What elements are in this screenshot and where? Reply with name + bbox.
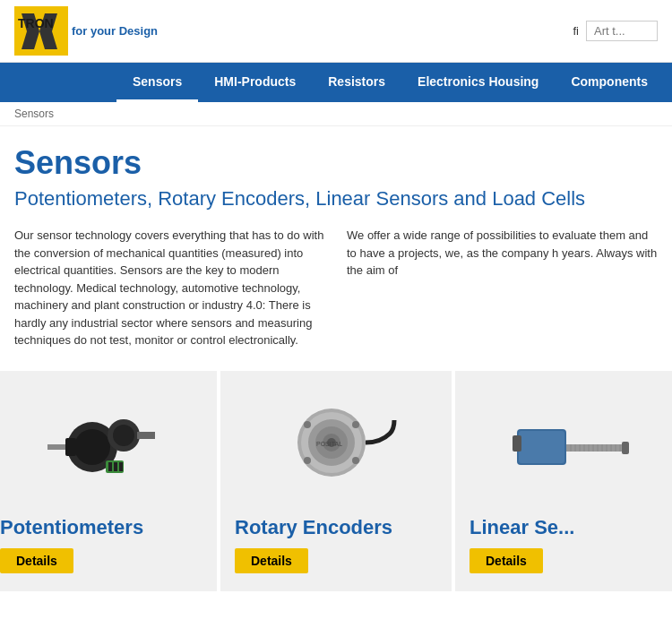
search-input[interactable] — [586, 21, 658, 41]
language-selector[interactable]: fi — [573, 24, 580, 38]
svg-point-15 — [113, 425, 134, 446]
product-card-linear-sensors: Linear Se... Details — [455, 371, 672, 591]
rotary-encoder-svg: POSITAL — [273, 398, 399, 496]
page-content: Sensors Potentiometers, Rotary Encoders,… — [0, 126, 672, 349]
header: TRON for your Design fi — [0, 0, 672, 63]
nav-item-components[interactable]: Components — [555, 63, 664, 102]
product-cards: Potentiometers Details — [0, 371, 672, 591]
svg-point-25 — [304, 457, 311, 464]
linear-sensor-svg — [508, 398, 633, 496]
svg-rect-12 — [114, 462, 117, 471]
breadcrumb-text: Sensors — [14, 108, 54, 120]
logo-icon: TRON — [14, 6, 68, 56]
rotary-encoder-image: POSITAL — [235, 389, 437, 505]
logo-tagline: for your Design — [72, 24, 158, 38]
page-title: Sensors — [14, 144, 658, 182]
svg-rect-11 — [108, 462, 112, 471]
svg-point-7 — [74, 429, 110, 465]
breadcrumb: Sensors — [0, 102, 672, 126]
product-card-rotary-encoders: POSITAL Rotary Encoders Details — [220, 371, 455, 591]
svg-rect-29 — [519, 431, 564, 463]
nav-item-sensors[interactable]: Sensors — [116, 63, 198, 102]
svg-point-24 — [352, 421, 359, 428]
svg-rect-8 — [65, 438, 76, 456]
description-right: We offer a wide range of possibilities t… — [347, 227, 658, 349]
logo-area: TRON for your Design — [14, 6, 158, 56]
linear-sensors-details-button[interactable]: Details — [470, 548, 543, 573]
svg-rect-13 — [119, 462, 123, 471]
svg-point-23 — [304, 421, 311, 428]
potentiometers-details-button[interactable]: Details — [0, 548, 73, 573]
svg-rect-43 — [622, 442, 629, 454]
svg-point-26 — [352, 457, 359, 464]
header-right: fi — [573, 21, 659, 41]
linear-sensor-image — [470, 389, 672, 505]
potentiometer-svg — [39, 398, 164, 496]
svg-text:TRON: TRON — [18, 16, 54, 30]
linear-sensors-title: Linear Se... — [470, 516, 574, 539]
svg-rect-44 — [513, 435, 521, 452]
nav-item-hmi[interactable]: HMI-Products — [198, 63, 312, 102]
rotary-encoders-details-button[interactable]: Details — [235, 548, 308, 573]
main-nav: Sensors HMI-Products Resistors Electroni… — [0, 63, 672, 102]
svg-rect-9 — [47, 444, 65, 450]
rotary-encoders-title: Rotary Encoders — [235, 516, 392, 539]
nav-item-more[interactable]: S... — [664, 63, 672, 102]
description-left: Our sensor technology covers everything … — [14, 227, 325, 349]
potentiometers-title: Potentiometers — [0, 516, 143, 539]
nav-item-resistors[interactable]: Resistors — [312, 63, 401, 102]
svg-text:POSITAL: POSITAL — [316, 441, 342, 447]
description-row: Our sensor technology covers everything … — [14, 227, 658, 349]
svg-rect-16 — [137, 432, 155, 439]
potentiometer-image — [0, 389, 202, 505]
nav-item-electronics-housing[interactable]: Electronics Housing — [401, 63, 555, 102]
product-card-potentiometers: Potentiometers Details — [0, 371, 220, 591]
page-subtitle: Potentiometers, Rotary Encoders, Linear … — [14, 187, 658, 211]
